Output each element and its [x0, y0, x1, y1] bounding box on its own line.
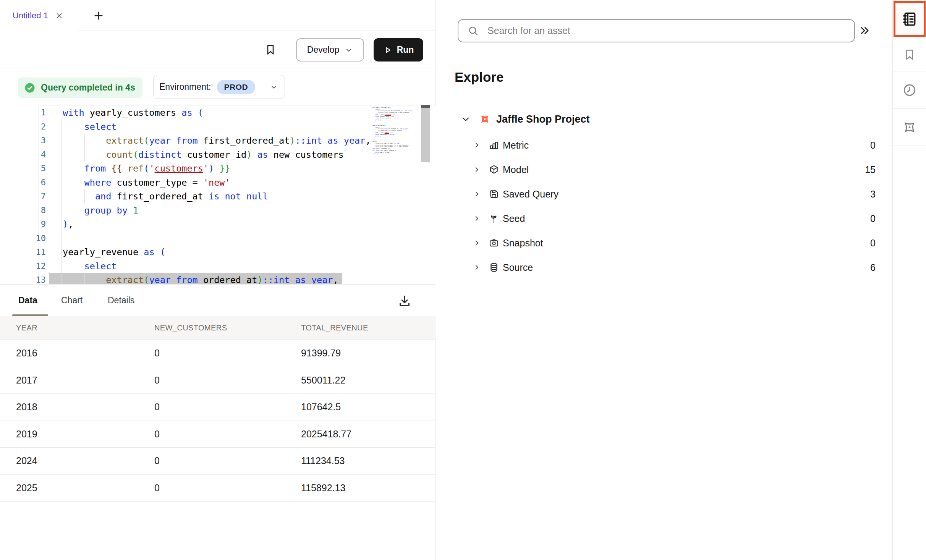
- code-line[interactable]: yearly_revenue as (: [54, 245, 371, 259]
- bookmark-query-button[interactable]: [264, 42, 277, 57]
- tree-item-count: 3: [870, 189, 876, 200]
- table-row[interactable]: 20240111234.53: [0, 448, 436, 475]
- chevron-right-icon[interactable]: [473, 191, 480, 197]
- code-line[interactable]: where customer_type = 'new': [54, 176, 371, 190]
- table-cell: 2017: [0, 375, 138, 386]
- code-line[interactable]: group by 1: [54, 204, 371, 218]
- results-tab-details[interactable]: Details: [108, 285, 134, 316]
- minimap[interactable]: with yearly_customers as ( select extrac…: [372, 107, 418, 160]
- play-icon: [383, 45, 392, 55]
- tree-item-count: 0: [870, 213, 876, 224]
- sidebar-catalog-button[interactable]: [893, 0, 926, 38]
- develop-dropdown-button[interactable]: Develop: [296, 38, 364, 62]
- explore-panel: Explore Jaffle Shop Project Metric0Model…: [436, 0, 892, 560]
- code-line[interactable]: ),: [54, 217, 371, 231]
- new-tab-button[interactable]: [89, 0, 108, 31]
- tab-untitled-1[interactable]: Untitled 1: [0, 0, 78, 31]
- tree-item-label: Model: [503, 164, 529, 175]
- tree-item-seed[interactable]: Seed0: [436, 206, 892, 231]
- table-cell: 0: [138, 348, 285, 359]
- code-line[interactable]: extract(year from ordered_at)::int as ye…: [54, 273, 371, 285]
- collapse-panel-button[interactable]: [856, 22, 873, 39]
- catalog-icon: [901, 11, 918, 28]
- table-header-cell: YEAR: [0, 324, 138, 332]
- environment-selector[interactable]: Environment: PROD: [153, 75, 285, 99]
- code-line[interactable]: from {{ ref('customers') }}: [54, 162, 371, 176]
- tree-item-model[interactable]: Model15: [436, 157, 892, 182]
- chevron-right-icon[interactable]: [473, 264, 480, 271]
- project-row[interactable]: Jaffle Shop Project: [436, 107, 892, 131]
- editor-toolbar: Develop Run: [0, 31, 435, 68]
- tree-item-count: 0: [870, 140, 876, 151]
- editor-scrollbar[interactable]: [421, 105, 430, 285]
- asset-search-input[interactable]: [487, 25, 824, 36]
- table-cell: 2025: [0, 482, 138, 494]
- sidebar-bookmark-button[interactable]: [893, 38, 926, 71]
- table-row[interactable]: 20180107642.5: [0, 394, 436, 421]
- chevron-down-icon: [461, 114, 471, 124]
- table-row[interactable]: 20250115892.13: [0, 475, 436, 502]
- table-cell: 2019: [0, 429, 138, 440]
- editor-tabbar: Untitled 1: [0, 0, 435, 31]
- chevron-right-icon[interactable]: [473, 240, 480, 246]
- tab-label: Untitled 1: [13, 11, 48, 21]
- environment-value-badge: PROD: [217, 80, 256, 94]
- line-number: 6: [0, 176, 46, 190]
- code-line[interactable]: select: [54, 259, 371, 274]
- code-line[interactable]: select: [54, 120, 371, 134]
- line-number: 11: [0, 245, 46, 259]
- table-row[interactable]: 20170550011.22: [0, 367, 436, 394]
- download-results-button[interactable]: [396, 292, 413, 310]
- code-line[interactable]: count(distinct customer_id) as new_custo…: [54, 148, 371, 162]
- dbt-logo-icon: [902, 119, 918, 135]
- chevron-right-icon[interactable]: [473, 142, 480, 149]
- tree-item-count: 15: [865, 164, 876, 175]
- table-row[interactable]: 2016091399.79: [0, 340, 436, 367]
- line-number: 4: [0, 148, 46, 162]
- scrollbar-thumb[interactable]: [421, 105, 430, 162]
- code-line[interactable]: with yearly_customers as (: [54, 106, 371, 120]
- table-cell: 2025418.77: [285, 429, 436, 440]
- asset-search-box[interactable]: [458, 19, 855, 42]
- right-icon-bar: [892, 0, 926, 560]
- tree-item-label: Saved Query: [503, 189, 559, 200]
- table-cell: 91399.79: [285, 348, 436, 359]
- tree-item-count: 0: [870, 238, 876, 249]
- table-row[interactable]: 201902025418.77: [0, 421, 436, 448]
- line-number: 2: [0, 120, 46, 134]
- code-line[interactable]: and first_ordered_at is not null: [54, 189, 371, 204]
- table-cell: 111234.53: [285, 455, 436, 466]
- chevron-right-icon[interactable]: [473, 215, 480, 222]
- line-number: 7: [0, 189, 46, 204]
- tree-item-label: Snapshot: [503, 238, 543, 249]
- chevron-right-icon[interactable]: [473, 166, 480, 173]
- tree-item-snapshot[interactable]: Snapshot0: [436, 231, 892, 255]
- tree-item-saved-query[interactable]: Saved Query3: [436, 182, 892, 206]
- double-chevron-right-icon: [858, 24, 871, 37]
- tab-close-icon[interactable]: [55, 11, 63, 20]
- editor-pane: Untitled 1 Develop Run: [0, 0, 436, 560]
- tree-item-metric[interactable]: Metric0: [436, 133, 892, 157]
- table-cell: 2018: [0, 401, 138, 413]
- table-cell: 550011.22: [285, 375, 436, 386]
- table-header-cell: NEW_CUSTOMERS: [138, 324, 285, 332]
- history-icon: [902, 83, 917, 98]
- results-tab-data[interactable]: Data: [18, 285, 37, 316]
- sidebar-history-button[interactable]: [893, 71, 926, 109]
- table-cell: 2024: [0, 455, 138, 466]
- seed-icon: [489, 213, 499, 224]
- tree-item-source[interactable]: Source6: [436, 255, 892, 280]
- code-line[interactable]: [54, 231, 371, 246]
- active-panel-indicator: [894, 1, 926, 37]
- run-button[interactable]: Run: [374, 38, 423, 62]
- results-table: YEARNEW_CUSTOMERSTOTAL_REVENUE 201609139…: [0, 316, 436, 502]
- sql-code-editor[interactable]: 12345678910111213 with yearly_customers …: [0, 105, 436, 285]
- results-tab-chart[interactable]: Chart: [61, 285, 83, 316]
- environment-label: Environment:: [159, 82, 211, 92]
- code-line[interactable]: extract(year from first_ordered_at)::int…: [54, 134, 371, 148]
- tree-item-count: 6: [870, 262, 876, 273]
- code-content[interactable]: with yearly_customers as ( select extrac…: [54, 106, 371, 285]
- project-name: Jaffle Shop Project: [496, 113, 590, 125]
- minimap-line: order by 1: [372, 153, 418, 155]
- sidebar-dbt-logo-button[interactable]: [893, 109, 926, 146]
